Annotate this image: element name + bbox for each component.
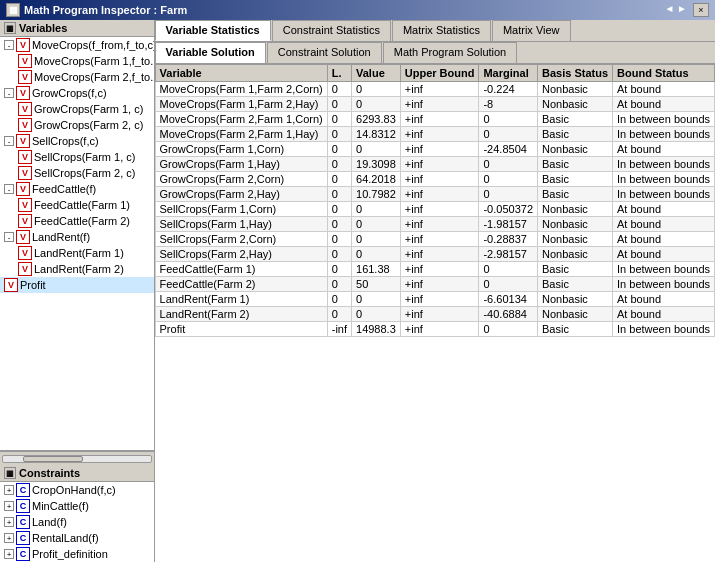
expand-icon[interactable]: + [4, 517, 14, 527]
cell-basis-status: Nonbasic [538, 232, 613, 247]
tree-item-landrent-farm2[interactable]: V LandRent(Farm 2) [0, 261, 154, 277]
tab-constraint-statistics[interactable]: Constraint Statistics [272, 20, 391, 41]
tree-item-feedcattle-farm2[interactable]: V FeedCattle(Farm 2) [0, 213, 154, 229]
tree-item-growcrops-farm1[interactable]: V GrowCrops(Farm 1, c) [0, 101, 154, 117]
scrollbar-thumb[interactable] [23, 456, 83, 462]
table-row[interactable]: MoveСrops(Farm 1,Farm 2,Corn)00+inf-0.22… [155, 82, 714, 97]
tree-item-croponhand[interactable]: + C CropOnHand(f,c) [0, 482, 154, 498]
tree-item-feedcattle-farm1[interactable]: V FeedCattle(Farm 1) [0, 197, 154, 213]
cell-l: 0 [327, 97, 351, 112]
expand-icon[interactable]: - [4, 88, 14, 98]
tree-item-movecrops-farm2[interactable]: V MoveCrops(Farm 2,f_to... [0, 69, 154, 85]
table-row[interactable]: MoveCrops(Farm 2,Farm 1,Hay)014.8312+inf… [155, 127, 714, 142]
variable-solution-table: Variable L. Value Upper Bound Marginal B… [155, 64, 715, 337]
cell-marginal: -24.8504 [479, 142, 538, 157]
cell-value: 0 [352, 247, 401, 262]
cell-upper-bound: +inf [400, 217, 479, 232]
tab-matrix-view[interactable]: Matrix View [492, 20, 571, 41]
table-row[interactable]: SellCrops(Farm 2,Corn)00+inf-0.28837Nonb… [155, 232, 714, 247]
tree-item-landrent[interactable]: - V LandRent(f) [0, 229, 154, 245]
table-row[interactable]: SellCrops(Farm 1,Corn)00+inf-0.050372Non… [155, 202, 714, 217]
cell-l: 0 [327, 172, 351, 187]
tree-item-growcrops[interactable]: - V GrowCrops(f,c) [0, 85, 154, 101]
table-row[interactable]: Profit-inf14988.3+inf0BasicIn between bo… [155, 322, 714, 337]
tree-item-land[interactable]: + C Land(f) [0, 514, 154, 530]
cell-basis-status: Basic [538, 127, 613, 142]
cell-value: 161.38 [352, 262, 401, 277]
var-icon: V [18, 102, 32, 116]
cell-value: 0 [352, 217, 401, 232]
tree-item-profit[interactable]: V Profit [0, 277, 154, 293]
cell-upper-bound: +inf [400, 97, 479, 112]
sub-tab-mp-solution[interactable]: Math Program Solution [383, 42, 518, 63]
con-icon: C [16, 499, 30, 513]
cell-bound-status: At bound [613, 82, 715, 97]
cell-basis-status: Nonbasic [538, 217, 613, 232]
expand-icon[interactable]: - [4, 40, 14, 50]
table-row[interactable]: LandRent(Farm 1)00+inf-6.60134NonbasicAt… [155, 292, 714, 307]
expand-icon[interactable]: + [4, 549, 14, 559]
cell-bound-status: In between bounds [613, 277, 715, 292]
expand-icon[interactable]: + [4, 501, 14, 511]
table-row[interactable]: GrowCrops(Farm 2,Hay)010.7982+inf0BasicI… [155, 187, 714, 202]
tree-item-growcrops-farm2[interactable]: V GrowCrops(Farm 2, c) [0, 117, 154, 133]
tree-item-landrent-farm1[interactable]: V LandRent(Farm 1) [0, 245, 154, 261]
table-row[interactable]: MoveCrops(Farm 1,Farm 2,Hay)00+inf-8Nonb… [155, 97, 714, 112]
variables-header: ▦ Variables [0, 20, 154, 37]
tree-item-profit-def[interactable]: + C Profit_definition [0, 546, 154, 562]
table-row[interactable]: GrowCrops(Farm 1,Hay)019.3098+inf0BasicI… [155, 157, 714, 172]
sub-tab-variable-solution[interactable]: Variable Solution [155, 42, 266, 63]
cell-variable: SellCrops(Farm 1,Corn) [155, 202, 327, 217]
variables-section: ▦ Variables - V MoveCrops(f_from,f_to,c)… [0, 20, 154, 451]
expand-icon[interactable]: - [4, 136, 14, 146]
table-row[interactable]: LandRent(Farm 2)00+inf-40.6884NonbasicAt… [155, 307, 714, 322]
cell-upper-bound: +inf [400, 157, 479, 172]
cell-bound-status: In between bounds [613, 262, 715, 277]
tree-item-movecrops[interactable]: - V MoveCrops(f_from,f_to,c) [0, 37, 154, 53]
var-icon: V [16, 86, 30, 100]
constraints-section: ▦ Constraints + C CropOnHand(f,c) + C Mi… [0, 465, 154, 562]
cell-basis-status: Basic [538, 262, 613, 277]
cell-l: 0 [327, 82, 351, 97]
tree-item-rentalland[interactable]: + C RentalLand(f) [0, 530, 154, 546]
tab-variable-statistics[interactable]: Variable Statistics [155, 20, 271, 41]
tree-item-sellcrops[interactable]: - V SellCrops(f,c) [0, 133, 154, 149]
cell-basis-status: Basic [538, 157, 613, 172]
sub-tab-constraint-solution[interactable]: Constraint Solution [267, 42, 382, 63]
tree-item-sellcrops-farm1[interactable]: V SellCrops(Farm 1, c) [0, 149, 154, 165]
cell-value: 50 [352, 277, 401, 292]
table-row[interactable]: FeedCattle(Farm 1)0161.38+inf0BasicIn be… [155, 262, 714, 277]
tree-item-movecrops-farm1[interactable]: V MoveCrops(Farm 1,f_to... [0, 53, 154, 69]
scrollbar-track[interactable] [2, 455, 152, 463]
var-icon: V [18, 150, 32, 164]
cell-variable: LandRent(Farm 2) [155, 307, 327, 322]
table-row[interactable]: SellCrops(Farm 2,Hay)00+inf-2.98157Nonba… [155, 247, 714, 262]
cell-marginal: -40.6884 [479, 307, 538, 322]
tree-item-mincattle[interactable]: + C MinCattle(f) [0, 498, 154, 514]
cell-upper-bound: +inf [400, 277, 479, 292]
expand-icon[interactable]: - [4, 184, 14, 194]
cell-variable: FeedCattle(Farm 1) [155, 262, 327, 277]
cell-upper-bound: +inf [400, 322, 479, 337]
grid-icon: ▦ [6, 3, 20, 17]
col-header-upper-bound: Upper Bound [400, 65, 479, 82]
data-table-container[interactable]: Variable L. Value Upper Bound Marginal B… [155, 64, 715, 562]
table-row[interactable]: MoveCrops(Farm 2,Farm 1,Corn)06293.83+in… [155, 112, 714, 127]
table-row[interactable]: SellCrops(Farm 1,Hay)00+inf-1.98157Nonba… [155, 217, 714, 232]
cell-value: 19.3098 [352, 157, 401, 172]
close-button[interactable]: × [693, 3, 709, 17]
expand-icon[interactable]: - [4, 232, 14, 242]
tree-item-sellcrops-farm2[interactable]: V SellCrops(Farm 2, c) [0, 165, 154, 181]
variables-scrollbar[interactable] [0, 451, 154, 465]
tree-item-feedcattle[interactable]: - V FeedCattle(f) [0, 181, 154, 197]
expand-icon[interactable]: + [4, 485, 14, 495]
table-row[interactable]: GrowCrops(Farm 1,Corn)00+inf-24.8504Nonb… [155, 142, 714, 157]
table-row[interactable]: GrowCrops(Farm 2,Corn)064.2018+inf0Basic… [155, 172, 714, 187]
tab-matrix-statistics[interactable]: Matrix Statistics [392, 20, 491, 41]
cell-value: 0 [352, 292, 401, 307]
cell-marginal: 0 [479, 262, 538, 277]
table-row[interactable]: FeedCattle(Farm 2)050+inf0BasicIn betwee… [155, 277, 714, 292]
expand-icon[interactable]: + [4, 533, 14, 543]
cell-basis-status: Nonbasic [538, 247, 613, 262]
cell-variable: SellCrops(Farm 2,Corn) [155, 232, 327, 247]
